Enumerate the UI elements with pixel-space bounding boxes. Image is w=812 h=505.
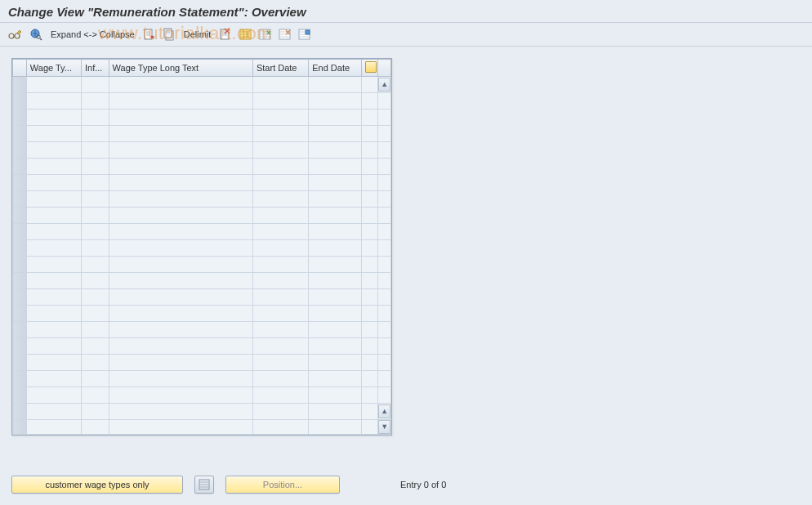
- cell[interactable]: [252, 257, 308, 273]
- row-selector[interactable]: [13, 142, 27, 159]
- cell[interactable]: [81, 257, 109, 273]
- row-selector[interactable]: [13, 109, 27, 126]
- row-selector[interactable]: [13, 191, 27, 208]
- cell[interactable]: [26, 224, 81, 240]
- scroll-down-button[interactable]: ▲: [378, 404, 390, 418]
- cell[interactable]: [81, 338, 109, 355]
- cell[interactable]: [109, 338, 252, 355]
- cell[interactable]: [109, 306, 252, 322]
- cell[interactable]: [309, 322, 362, 338]
- row-selector[interactable]: [13, 240, 27, 257]
- cell[interactable]: [26, 93, 81, 109]
- cell[interactable]: [109, 322, 252, 338]
- cell[interactable]: [81, 404, 109, 420]
- row-selector[interactable]: [13, 126, 27, 142]
- cell[interactable]: [26, 208, 81, 224]
- cell[interactable]: [252, 224, 308, 240]
- cell[interactable]: [109, 77, 252, 93]
- row-selector[interactable]: [13, 77, 27, 93]
- cell[interactable]: [109, 371, 252, 387]
- row-selector[interactable]: [13, 338, 27, 355]
- row-selector[interactable]: [13, 289, 27, 306]
- cell[interactable]: [81, 240, 109, 257]
- cell[interactable]: [252, 355, 308, 371]
- cell[interactable]: [252, 159, 308, 175]
- cell[interactable]: [252, 322, 308, 338]
- cell[interactable]: [309, 109, 362, 126]
- cell[interactable]: [309, 240, 362, 257]
- cell[interactable]: [26, 338, 81, 355]
- cell[interactable]: [26, 273, 81, 289]
- cell[interactable]: [252, 191, 308, 208]
- row-selector[interactable]: [13, 159, 27, 175]
- cell[interactable]: [252, 371, 308, 387]
- row-selector[interactable]: [13, 224, 27, 240]
- scroll-up-button[interactable]: ▲: [378, 78, 390, 92]
- cell[interactable]: [81, 126, 109, 142]
- cell[interactable]: [252, 273, 308, 289]
- table-row[interactable]: [13, 289, 391, 306]
- cell[interactable]: [309, 224, 362, 240]
- cell[interactable]: [81, 306, 109, 322]
- cell[interactable]: [81, 175, 109, 191]
- delimit-button[interactable]: Delimit: [181, 29, 215, 39]
- row-selector[interactable]: [13, 355, 27, 371]
- cell[interactable]: [309, 355, 362, 371]
- cell[interactable]: [309, 142, 362, 159]
- table-row[interactable]: [13, 175, 391, 191]
- table-row[interactable]: [13, 93, 391, 109]
- cell[interactable]: [109, 208, 252, 224]
- cell[interactable]: [309, 387, 362, 404]
- cell[interactable]: [26, 420, 81, 435]
- cell[interactable]: [252, 420, 308, 435]
- cell[interactable]: [26, 240, 81, 257]
- position-button[interactable]: Position...: [225, 476, 340, 494]
- cell[interactable]: [309, 159, 362, 175]
- glasses-pencil-icon[interactable]: [7, 26, 25, 42]
- col-start-date[interactable]: Start Date: [252, 60, 308, 77]
- cell[interactable]: [26, 355, 81, 371]
- table-row[interactable]: [13, 126, 391, 142]
- table-row[interactable]: [13, 338, 391, 355]
- table-row[interactable]: [13, 257, 391, 273]
- table-row[interactable]: [13, 159, 391, 175]
- cell[interactable]: [109, 387, 252, 404]
- print-icon[interactable]: [296, 26, 312, 42]
- cell[interactable]: [109, 404, 252, 420]
- cell[interactable]: [309, 306, 362, 322]
- cell[interactable]: [26, 404, 81, 420]
- cell[interactable]: [309, 126, 362, 142]
- cell[interactable]: [109, 191, 252, 208]
- cell[interactable]: [109, 126, 252, 142]
- cell[interactable]: [109, 289, 252, 306]
- cell[interactable]: [309, 371, 362, 387]
- row-selector[interactable]: [13, 371, 27, 387]
- cell[interactable]: [26, 142, 81, 159]
- cell[interactable]: [109, 159, 252, 175]
- expand-collapse-button[interactable]: Expand <-> Collapse: [47, 29, 138, 39]
- cell[interactable]: [252, 208, 308, 224]
- delete-icon[interactable]: [217, 26, 234, 42]
- cell[interactable]: [26, 257, 81, 273]
- table-row[interactable]: [13, 387, 391, 404]
- row-selector[interactable]: [13, 420, 27, 435]
- row-selector[interactable]: [13, 93, 27, 109]
- cell[interactable]: [26, 175, 81, 191]
- cell[interactable]: [252, 142, 308, 159]
- cell[interactable]: [309, 208, 362, 224]
- cell[interactable]: [252, 338, 308, 355]
- cell[interactable]: [309, 257, 362, 273]
- cell[interactable]: [81, 159, 109, 175]
- cell[interactable]: [26, 109, 81, 126]
- position-icon-button[interactable]: [194, 476, 214, 494]
- row-selector[interactable]: [13, 273, 27, 289]
- table-row[interactable]: ▲: [13, 404, 391, 420]
- cell[interactable]: [252, 387, 308, 404]
- cell[interactable]: [109, 224, 252, 240]
- table-row[interactable]: [13, 208, 391, 224]
- col-end-date[interactable]: End Date: [309, 60, 362, 77]
- cell[interactable]: [26, 387, 81, 404]
- new-entries-icon[interactable]: [141, 26, 158, 42]
- configure-columns-button[interactable]: [362, 60, 378, 77]
- row-selector[interactable]: [13, 387, 27, 404]
